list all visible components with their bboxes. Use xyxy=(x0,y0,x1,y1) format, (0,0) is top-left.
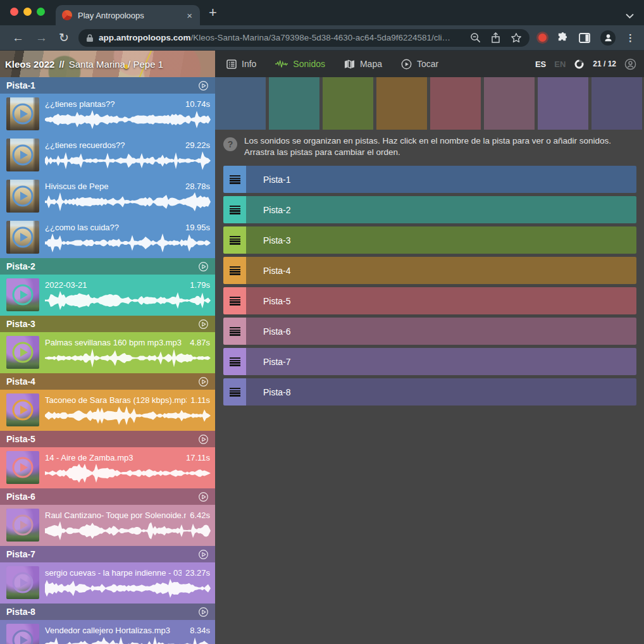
audio-clip[interactable]: ¿¿tienes recuerdos??29.22s xyxy=(0,135,215,176)
nav-tab-mapa[interactable]: Mapa xyxy=(344,59,382,69)
clip-play-overlay-icon[interactable] xyxy=(10,101,35,127)
clip-play-overlay-icon[interactable] xyxy=(10,512,35,538)
clip-play-overlay-icon[interactable] xyxy=(10,340,35,365)
back-button[interactable]: ← xyxy=(12,32,24,44)
audio-clip[interactable]: Vendedor callejero Hortalizas.mp38.34s xyxy=(0,620,215,644)
track-play-button[interactable] xyxy=(198,80,209,91)
clip-play-overlay-icon[interactable] xyxy=(10,225,35,250)
clip-waveform[interactable] xyxy=(45,636,211,644)
side-panel-icon[interactable] xyxy=(579,33,590,43)
clip-waveform[interactable] xyxy=(45,290,211,311)
drag-handle[interactable] xyxy=(223,226,246,254)
audio-clip[interactable]: 2022-03-211.79s xyxy=(0,275,215,316)
track-color-swatch-pista-3[interactable] xyxy=(323,77,373,130)
clip-play-overlay-icon[interactable] xyxy=(10,455,35,480)
clip-thumbnail[interactable] xyxy=(6,139,39,171)
profile-avatar[interactable] xyxy=(600,30,616,46)
track-row-name[interactable]: Pista-7 xyxy=(246,348,636,375)
account-icon[interactable] xyxy=(624,58,636,70)
lang-en-button[interactable]: EN xyxy=(554,59,566,69)
drag-handle[interactable] xyxy=(223,257,246,284)
audio-clip[interactable]: Hiviscus de Pepe28.78s xyxy=(0,176,215,217)
clip-waveform[interactable] xyxy=(45,348,211,368)
track-row-pista-8[interactable]: Pista-8 xyxy=(223,378,636,406)
clip-play-overlay-icon[interactable] xyxy=(10,628,35,644)
clip-thumbnail[interactable] xyxy=(6,624,39,644)
share-icon[interactable] xyxy=(491,32,500,43)
zoom-window-button[interactable] xyxy=(37,8,45,16)
track-color-swatch-pista-8[interactable] xyxy=(591,77,642,130)
track-color-swatch-pista-1[interactable] xyxy=(215,77,266,130)
clip-thumbnail[interactable] xyxy=(6,509,39,542)
audio-clip[interactable]: 14 - Aire de Zamba.mp317.11s xyxy=(0,447,215,488)
close-window-button[interactable] xyxy=(10,8,18,16)
project-banner[interactable]: Kleos 2022 // Santa Marina / Pepe 1 xyxy=(0,51,215,77)
clip-thumbnail[interactable] xyxy=(6,180,39,213)
drag-handle[interactable] xyxy=(223,196,246,223)
track-play-button[interactable] xyxy=(198,261,209,272)
clip-play-overlay-icon[interactable] xyxy=(10,397,35,423)
track-row-name[interactable]: Pista-1 xyxy=(246,166,636,193)
tab-search-chevron-icon[interactable] xyxy=(626,10,634,22)
clip-thumbnail[interactable] xyxy=(6,393,39,426)
clip-play-overlay-icon[interactable] xyxy=(10,142,35,168)
drag-handle[interactable] xyxy=(223,318,246,345)
drag-handle[interactable] xyxy=(223,166,246,193)
track-header[interactable]: Pista-6 xyxy=(0,488,215,505)
reload-button[interactable]: ↻ xyxy=(59,32,69,44)
track-header[interactable]: Pista-2 xyxy=(0,258,215,275)
clip-thumbnail[interactable] xyxy=(6,566,39,599)
forward-button[interactable]: → xyxy=(35,32,47,44)
clip-thumbnail[interactable] xyxy=(6,336,39,369)
track-header[interactable]: Pista-7 xyxy=(0,546,215,562)
clip-thumbnail[interactable] xyxy=(6,451,39,484)
track-row-name[interactable]: Pista-6 xyxy=(246,318,636,345)
track-play-button[interactable] xyxy=(198,434,209,445)
clip-waveform[interactable] xyxy=(45,463,211,483)
clip-thumbnail[interactable] xyxy=(6,278,39,311)
track-row-pista-4[interactable]: Pista-4 xyxy=(223,257,636,284)
track-play-button[interactable] xyxy=(198,607,209,617)
audio-clip[interactable]: Raul Cantizano- Toque por Solenoide.mp36… xyxy=(0,505,215,546)
nav-tab-sonidos[interactable]: Sonidos xyxy=(275,59,325,69)
track-row-name[interactable]: Pista-4 xyxy=(246,257,636,284)
track-play-button[interactable] xyxy=(198,319,209,330)
breadcrumb-project[interactable]: Kleos 2022 xyxy=(5,59,54,70)
lang-es-button[interactable]: ES xyxy=(535,59,546,69)
drag-handle[interactable] xyxy=(223,348,246,375)
track-header[interactable]: Pista-8 xyxy=(0,604,215,620)
track-play-button[interactable] xyxy=(198,492,209,502)
track-row-pista-1[interactable]: Pista-1 xyxy=(223,166,636,193)
audio-clip[interactable]: Palmas sevillanas 160 bpm mp3.mp34.87s xyxy=(0,332,215,373)
clip-waveform[interactable] xyxy=(45,233,211,253)
extensions-puzzle-icon[interactable] xyxy=(557,32,569,44)
track-play-button[interactable] xyxy=(198,376,209,387)
clip-play-overlay-icon[interactable] xyxy=(10,183,35,209)
track-header[interactable]: Pista-4 xyxy=(0,373,215,390)
clip-waveform[interactable] xyxy=(45,406,211,426)
drag-handle[interactable] xyxy=(223,287,246,314)
clip-waveform[interactable] xyxy=(45,109,211,130)
track-row-name[interactable]: Pista-8 xyxy=(246,378,636,406)
track-row-pista-7[interactable]: Pista-7 xyxy=(223,348,636,375)
track-header[interactable]: Pista-5 xyxy=(0,431,215,447)
nav-tab-tocar[interactable]: Tocar xyxy=(401,59,438,70)
clip-waveform[interactable] xyxy=(45,578,211,598)
track-row-pista-2[interactable]: Pista-2 xyxy=(223,196,636,223)
clip-waveform[interactable] xyxy=(45,521,211,541)
clip-play-overlay-icon[interactable] xyxy=(10,282,35,307)
browser-tab[interactable]: Play Antropoloops × xyxy=(56,5,200,25)
drag-handle[interactable] xyxy=(223,378,246,406)
clip-waveform[interactable] xyxy=(45,192,211,212)
track-row-pista-5[interactable]: Pista-5 xyxy=(223,287,636,314)
clip-waveform[interactable] xyxy=(45,151,211,171)
track-color-swatch-pista-6[interactable] xyxy=(484,77,535,130)
track-color-swatch-pista-7[interactable] xyxy=(538,77,588,130)
new-tab-button[interactable]: + xyxy=(209,4,217,21)
audio-clip[interactable]: ¿¿como las cuida??19.95s xyxy=(0,217,215,258)
track-row-name[interactable]: Pista-2 xyxy=(246,196,636,223)
audio-clip[interactable]: Taconeo de Sara Baras (128 kbps).mp31.11… xyxy=(0,390,215,431)
track-row-pista-6[interactable]: Pista-6 xyxy=(223,318,636,345)
recording-indicator-icon[interactable] xyxy=(538,34,547,42)
audio-clip[interactable]: sergio cuevas - la harpe indienne - 03 -… xyxy=(0,562,215,604)
